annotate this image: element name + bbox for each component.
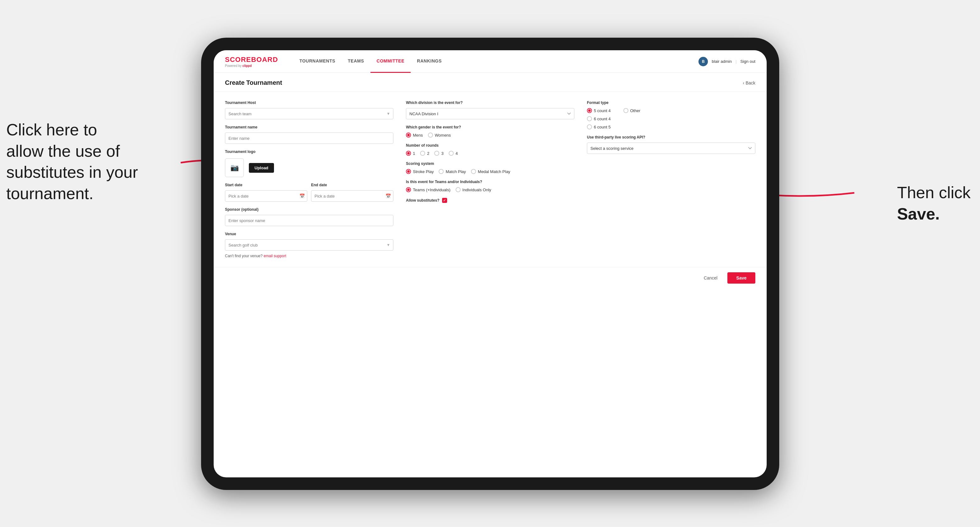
app-container: SCOREBOARD Powered by clippd TOURNAMENTS… [214,50,767,477]
end-date-wrap: 📅 [311,190,393,202]
form-body: Tournament Host ▼ Tournament name [214,92,767,267]
format-6count4-circle [587,116,592,121]
sponsor-group: Sponsor (optional) [225,207,393,226]
tournament-logo-group: Tournament logo 📷 Upload [225,149,393,177]
venue-input[interactable] [225,239,393,251]
back-link[interactable]: ‹ Back [743,80,755,86]
logo-powered: Powered by clippd [225,64,278,68]
start-date-wrap: 📅 [225,190,307,202]
rounds-3-circle [434,151,439,156]
form-column-3: Format type 5 count 4 Other [587,100,755,258]
event-individuals-circle [456,187,461,192]
nav-item-tournaments[interactable]: TOURNAMENTS [293,50,342,73]
page-title: Create Tournament [225,79,282,86]
venue-help: Can't find your venue? email support [225,254,393,258]
gender-radio-group: Mens Womens [406,133,574,138]
gender-womens-radio[interactable]: Womens [428,133,451,138]
scoring-stroke-circle [406,169,411,174]
format-label: Format type [587,100,755,105]
event-type-radio-group: Teams (+Individuals) Individuals Only [406,187,574,192]
logo-area: SCOREBOARD Powered by clippd [225,56,278,68]
scoring-stroke-radio[interactable]: Stroke Play [406,169,434,174]
format-other-circle [624,108,628,113]
end-date-label: End date [311,183,393,187]
venue-label: Venue [225,232,393,236]
end-date-input[interactable] [311,190,393,202]
allow-subs-checkbox[interactable] [442,198,447,203]
cancel-button[interactable]: Cancel [699,273,723,283]
calendar-icon-end: 📅 [385,194,391,198]
rounds-1-circle [406,151,411,156]
event-teams-circle [406,187,411,192]
page-content: Create Tournament ‹ Back Tournament Host [214,73,767,477]
tournament-host-group: Tournament Host ▼ [225,100,393,119]
sign-out-link[interactable]: Sign out [740,59,755,64]
rounds-label: Number of rounds [406,143,574,148]
start-date-input[interactable] [225,190,307,202]
annotation-left: Click here to allow the use of substitut… [6,119,138,204]
start-date-label: Start date [225,183,307,187]
scoring-label: Scoring system [406,162,574,166]
save-button[interactable]: Save [727,272,755,284]
gender-mens-radio-circle [406,133,411,138]
nav-separator: | [735,59,737,64]
tournament-name-label: Tournament name [225,125,393,129]
venue-email-link[interactable]: email support [264,254,286,258]
division-label: Which division is the event for? [406,100,574,105]
gender-womens-radio-circle [428,133,433,138]
division-group: Which division is the event for? NCAA Di… [406,100,574,119]
form-footer: Cancel Save [214,267,767,289]
tournament-name-input[interactable] [225,133,393,144]
event-type-label: Is this event for Teams and/or Individua… [406,179,574,184]
user-name: blair admin [712,59,732,64]
scoring-group: Scoring system Stroke Play Match Play [406,162,574,174]
user-avatar: B [698,57,708,66]
division-select[interactable]: NCAA Division I [406,108,574,119]
upload-button[interactable]: Upload [249,163,274,173]
rounds-1-radio[interactable]: 1 [406,151,415,156]
form-column-1: Tournament Host ▼ Tournament name [225,100,393,258]
scoring-match-radio[interactable]: Match Play [439,169,466,174]
rounds-4-circle [449,151,454,156]
nav-item-teams[interactable]: TEAMS [342,50,371,73]
gender-mens-radio[interactable]: Mens [406,133,423,138]
venue-group: Venue ▼ Can't find your venue? email sup… [225,232,393,258]
nav-item-committee[interactable]: COMMITTEE [371,50,411,73]
rounds-4-radio[interactable]: 4 [449,151,458,156]
event-individuals-radio[interactable]: Individuals Only [456,187,492,192]
tournament-host-input[interactable] [225,108,393,119]
tournament-host-label: Tournament Host [225,100,393,105]
format-6count5-radio[interactable]: 6 count 5 [587,124,755,129]
gender-label: Which gender is the event for? [406,125,574,129]
format-radio-group: 5 count 4 Other 6 count 4 [587,108,755,129]
start-date-group: Start date 📅 [225,183,307,202]
event-type-group: Is this event for Teams and/or Individua… [406,179,574,192]
calendar-icon-start: 📅 [299,194,305,198]
scoring-api-select[interactable]: Select a scoring service [587,143,755,154]
tournament-logo-label: Tournament logo [225,149,393,154]
format-5count4-radio[interactable]: 5 count 4 [587,108,611,113]
scoring-medal-radio[interactable]: Medal Match Play [471,169,510,174]
rounds-2-radio[interactable]: 2 [420,151,429,156]
scoring-medal-circle [471,169,476,174]
end-date-group: End date 📅 [311,183,393,202]
rounds-3-radio[interactable]: 3 [434,151,443,156]
search-icon: ▼ [387,111,390,116]
date-row: Start date 📅 End date 📅 [225,183,393,202]
sponsor-label: Sponsor (optional) [225,207,393,212]
venue-chevron-icon: ▼ [387,243,390,247]
sponsor-input[interactable] [225,215,393,226]
format-other-radio[interactable]: Other [624,108,641,113]
format-6count4-radio[interactable]: 6 count 4 [587,116,755,121]
logo-scoreboard: SCOREBOARD [225,56,278,64]
format-group: Format type 5 count 4 Other [587,100,755,129]
tournament-name-group: Tournament name [225,125,393,144]
logo-upload-area: 📷 Upload [225,158,393,177]
top-nav: SCOREBOARD Powered by clippd TOURNAMENTS… [214,50,767,73]
nav-item-rankings[interactable]: RANKINGS [410,50,448,73]
tablet-screen: SCOREBOARD Powered by clippd TOURNAMENTS… [214,50,767,477]
event-teams-radio[interactable]: Teams (+Individuals) [406,187,450,192]
format-6count5-circle [587,124,592,129]
nav-items: TOURNAMENTS TEAMS COMMITTEE RANKINGS [293,50,698,73]
format-5count4-circle [587,108,592,113]
